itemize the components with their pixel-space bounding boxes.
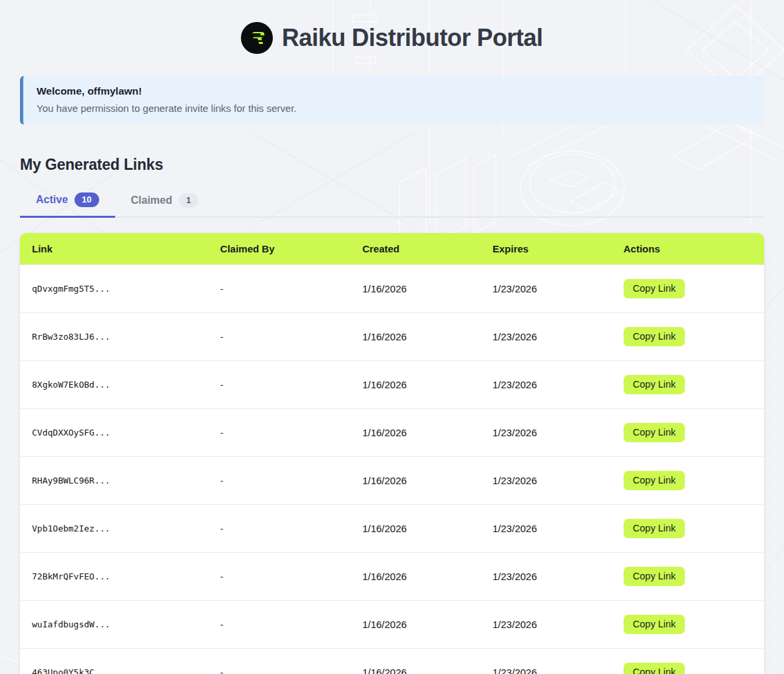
column-header-claimed-by: Claimed By bbox=[208, 233, 351, 265]
created-date: 1/16/2026 bbox=[350, 553, 481, 601]
links-table-card: Link Claimed By Created Expires Actions … bbox=[20, 233, 764, 674]
expires-date: 1/23/2026 bbox=[481, 457, 612, 505]
created-date: 1/16/2026 bbox=[350, 409, 481, 457]
claimed-by-value: - bbox=[208, 265, 351, 313]
claimed-by-value: - bbox=[208, 409, 351, 457]
claimed-by-value: - bbox=[208, 649, 351, 674]
created-date: 1/16/2026 bbox=[350, 649, 481, 674]
tab-active[interactable]: Active 10 bbox=[20, 192, 115, 218]
expires-date: 1/23/2026 bbox=[481, 649, 612, 674]
table-row: Vpb1Oebm2Iez... - 1/16/2026 1/23/2026 Co… bbox=[20, 505, 764, 553]
created-date: 1/16/2026 bbox=[350, 505, 481, 553]
links-table: Link Claimed By Created Expires Actions … bbox=[20, 233, 764, 674]
claimed-by-value: - bbox=[208, 505, 351, 553]
column-header-expires: Expires bbox=[481, 233, 612, 265]
table-row: 8XgkoW7EkOBd... - 1/16/2026 1/23/2026 Co… bbox=[20, 361, 764, 409]
claimed-by-value: - bbox=[208, 361, 351, 409]
actions-cell: Copy Link bbox=[612, 601, 764, 649]
table-row: CVdqDXXOySFG... - 1/16/2026 1/23/2026 Co… bbox=[20, 409, 764, 457]
actions-cell: Copy Link bbox=[612, 361, 764, 409]
expires-date: 1/23/2026 bbox=[481, 313, 612, 361]
expires-date: 1/23/2026 bbox=[481, 553, 612, 601]
link-code: 72BkMrQFvFEO... bbox=[20, 553, 208, 601]
actions-cell: Copy Link bbox=[612, 313, 764, 361]
welcome-banner: Welcome, offmylawn! You have permission … bbox=[20, 76, 764, 125]
link-code: RrBw3zo83LJ6... bbox=[20, 313, 208, 361]
actions-cell: Copy Link bbox=[612, 649, 764, 674]
link-code: wuIafdbugsdW... bbox=[20, 601, 208, 649]
expires-date: 1/23/2026 bbox=[481, 505, 612, 553]
created-date: 1/16/2026 bbox=[350, 601, 481, 649]
column-header-actions: Actions bbox=[612, 233, 764, 265]
link-code: CVdqDXXOySFG... bbox=[20, 409, 208, 457]
copy-link-button[interactable]: Copy Link bbox=[624, 663, 685, 674]
tab-claimed-count-badge: 1 bbox=[179, 193, 198, 208]
copy-link-button[interactable]: Copy Link bbox=[624, 567, 685, 586]
copy-link-button[interactable]: Copy Link bbox=[624, 519, 685, 538]
copy-link-button[interactable]: Copy Link bbox=[624, 279, 685, 298]
table-row: qDvxgmFmg5T5... - 1/16/2026 1/23/2026 Co… bbox=[20, 265, 764, 313]
link-code: 463Upo0Y5k3C... bbox=[20, 649, 208, 674]
table-body: qDvxgmFmg5T5... - 1/16/2026 1/23/2026 Co… bbox=[20, 265, 764, 674]
copy-link-button[interactable]: Copy Link bbox=[624, 615, 685, 634]
actions-cell: Copy Link bbox=[612, 553, 764, 601]
tab-active-count-badge: 10 bbox=[75, 192, 98, 207]
actions-cell: Copy Link bbox=[612, 409, 764, 457]
section-title: My Generated Links bbox=[20, 156, 764, 174]
copy-link-button[interactable]: Copy Link bbox=[624, 327, 685, 346]
link-code: qDvxgmFmg5T5... bbox=[20, 265, 208, 313]
tab-active-label: Active bbox=[36, 194, 68, 206]
page-container: Raiku Distributor Portal Welcome, offmyl… bbox=[0, 0, 784, 674]
column-header-created: Created bbox=[350, 233, 481, 265]
expires-date: 1/23/2026 bbox=[481, 409, 612, 457]
tab-bar: Active 10 Claimed 1 bbox=[20, 192, 764, 218]
copy-link-button[interactable]: Copy Link bbox=[624, 423, 685, 442]
created-date: 1/16/2026 bbox=[350, 313, 481, 361]
expires-date: 1/23/2026 bbox=[481, 601, 612, 649]
claimed-by-value: - bbox=[208, 313, 351, 361]
page-title: Raiku Distributor Portal bbox=[282, 24, 542, 52]
welcome-heading: Welcome, offmylawn! bbox=[37, 85, 751, 97]
table-header-row: Link Claimed By Created Expires Actions bbox=[20, 233, 764, 265]
table-row: RHAy9BWLC96R... - 1/16/2026 1/23/2026 Co… bbox=[20, 457, 764, 505]
actions-cell: Copy Link bbox=[612, 457, 764, 505]
raiku-logo-icon bbox=[241, 22, 273, 54]
header: Raiku Distributor Portal bbox=[20, 0, 764, 56]
tab-claimed-label: Claimed bbox=[131, 194, 172, 206]
created-date: 1/16/2026 bbox=[350, 265, 481, 313]
table-row: wuIafdbugsdW... - 1/16/2026 1/23/2026 Co… bbox=[20, 601, 764, 649]
copy-link-button[interactable]: Copy Link bbox=[624, 471, 685, 490]
link-code: Vpb1Oebm2Iez... bbox=[20, 505, 208, 553]
actions-cell: Copy Link bbox=[612, 505, 764, 553]
created-date: 1/16/2026 bbox=[350, 457, 481, 505]
link-code: RHAy9BWLC96R... bbox=[20, 457, 208, 505]
table-row: RrBw3zo83LJ6... - 1/16/2026 1/23/2026 Co… bbox=[20, 313, 764, 361]
table-row: 463Upo0Y5k3C... - 1/16/2026 1/23/2026 Co… bbox=[20, 649, 764, 674]
expires-date: 1/23/2026 bbox=[481, 265, 612, 313]
actions-cell: Copy Link bbox=[612, 265, 764, 313]
claimed-by-value: - bbox=[208, 601, 351, 649]
table-row: 72BkMrQFvFEO... - 1/16/2026 1/23/2026 Co… bbox=[20, 553, 764, 601]
claimed-by-value: - bbox=[208, 553, 351, 601]
created-date: 1/16/2026 bbox=[350, 361, 481, 409]
tab-claimed[interactable]: Claimed 1 bbox=[115, 192, 214, 216]
link-code: 8XgkoW7EkOBd... bbox=[20, 361, 208, 409]
copy-link-button[interactable]: Copy Link bbox=[624, 375, 685, 394]
expires-date: 1/23/2026 bbox=[481, 361, 612, 409]
welcome-message: You have permission to generate invite l… bbox=[37, 103, 751, 114]
claimed-by-value: - bbox=[208, 457, 351, 505]
column-header-link: Link bbox=[20, 233, 208, 265]
